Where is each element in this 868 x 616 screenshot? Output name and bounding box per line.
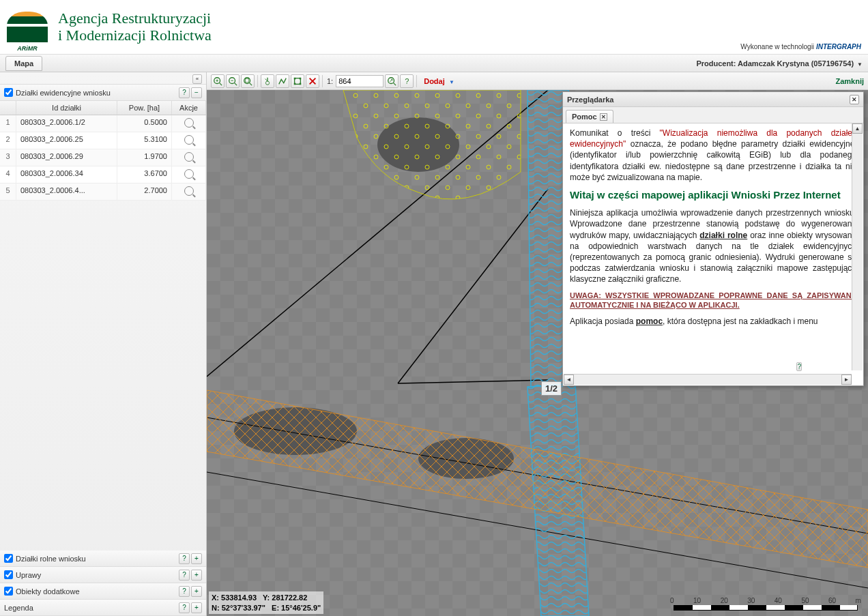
expand-panel-icon[interactable]: + <box>191 602 202 613</box>
help-icon[interactable]: ? <box>400 74 414 88</box>
scroll-left-icon[interactable]: ◄ <box>564 375 574 385</box>
table-row[interactable]: 1 080303_2.0006.1/2 0.5000 <box>0 115 206 132</box>
scale-bar: 0 10 20 30 40 50 60 m <box>674 597 861 611</box>
top-bar: Mapa Producent: Adamczak Krystyna (05719… <box>0 55 868 72</box>
svg-rect-9 <box>246 78 249 82</box>
line-tool-icon[interactable] <box>276 74 289 88</box>
zoom-to-icon[interactable] <box>184 135 194 145</box>
panel3-checkbox[interactable] <box>4 570 13 579</box>
expand-panel-icon[interactable]: + <box>191 586 202 597</box>
map-canvas[interactable]: 1/2 X: 533814.93 Y: 281722.82 N: 52°37'3… <box>207 90 868 616</box>
panel4-checkbox[interactable] <box>4 587 13 596</box>
tech-label: Wykonane w technologii INTERGRAPH <box>740 43 861 50</box>
arimr-logo-icon <box>7 12 48 42</box>
panel5-title: Legenda <box>4 604 177 612</box>
scrollbar-vertical[interactable]: ▲ <box>852 123 863 370</box>
help-icon[interactable]: ? <box>179 586 190 597</box>
zoom-to-icon[interactable] <box>184 169 194 179</box>
help-icon[interactable]: ? <box>179 570 190 581</box>
svg-rect-14 <box>294 77 296 79</box>
table-row[interactable]: 2 080303_2.0006.25 5.3100 <box>0 132 206 149</box>
col-pow[interactable]: Pow. [ha] <box>117 101 172 115</box>
panel-legenda[interactable]: Legenda ? + <box>0 600 206 616</box>
zoom-out-icon[interactable] <box>226 74 240 88</box>
svg-rect-15 <box>300 77 302 79</box>
coordinates-readout: X: 533814.93 Y: 281722.82 N: 52°37'33.97… <box>209 591 323 614</box>
panel4-title: Obiekty dodatkowe <box>16 587 177 596</box>
help-icon[interactable]: ? <box>796 362 802 371</box>
tab-mapa[interactable]: Mapa <box>5 56 42 71</box>
scale-prefix: 1: <box>327 77 333 85</box>
map-area: 1: ? Dodaj ▼ Zamknij <box>207 72 868 616</box>
scroll-up-icon[interactable]: ▲ <box>852 123 863 134</box>
svg-point-10 <box>265 81 269 85</box>
tab-pomoc[interactable]: Pomoc ✕ <box>566 110 613 123</box>
collapse-left-icon[interactable]: « <box>192 74 202 84</box>
svg-line-1 <box>220 83 222 85</box>
panel-dzialki-rolne[interactable]: Działki rolne wniosku ? + <box>0 551 206 567</box>
sidebar: « Działki ewidencyjne wniosku ? − Id dzi… <box>0 72 207 616</box>
expand-panel-icon[interactable]: + <box>191 553 202 564</box>
zoom-to-icon[interactable] <box>184 152 194 162</box>
panel3-title: Uprawy <box>16 571 177 579</box>
panel1-title: Działki ewidencyjne wniosku <box>16 89 177 97</box>
help-icon[interactable]: ? <box>179 553 190 564</box>
map-toolbar: 1: ? Dodaj ▼ Zamknij <box>207 72 868 90</box>
browser-title-bar[interactable]: Przeglądarka ✕ <box>563 92 863 107</box>
table-row[interactable]: 4 080303_2.0006.34 3.6700 <box>0 166 206 184</box>
page-indicator: 1/2 <box>541 381 562 396</box>
svg-line-5 <box>235 83 237 85</box>
collapse-panel-icon[interactable]: − <box>191 87 202 98</box>
polygon-tool-icon[interactable] <box>291 74 304 88</box>
svg-line-8 <box>250 83 252 85</box>
close-icon[interactable]: ✕ <box>850 95 859 104</box>
col-id[interactable]: Id działki <box>16 101 117 115</box>
expand-panel-icon[interactable]: + <box>191 570 202 581</box>
scrollbar-horizontal[interactable]: ◄ ► <box>564 374 852 385</box>
chevron-down-icon[interactable]: ▼ <box>449 79 454 85</box>
svg-point-7 <box>244 77 250 83</box>
svg-rect-16 <box>294 83 296 85</box>
panel2-title: Działki rolne wniosku <box>16 555 177 563</box>
parcels-grid: Id działki Pow. [ha] Akcje 1 080303_2.00… <box>0 101 206 201</box>
panel-dzialki-ewidencyjne[interactable]: Działki ewidencyjne wniosku ? − <box>0 85 206 101</box>
zoom-extent-icon[interactable] <box>241 74 255 88</box>
app-header: Agencja Restrukturyzacji i Modernizacji … <box>0 0 868 55</box>
help-icon[interactable]: ? <box>179 602 190 613</box>
warning-text: UWAGA: WSZYSTKIE WPROWADZANE POPRAWNE DA… <box>570 291 856 311</box>
help-icon[interactable]: ? <box>179 87 190 98</box>
producer-label[interactable]: Producent: Adamczak Krystyna (057196754)… <box>696 59 863 68</box>
browser-body: Komunikat o treści "Wizualizacja niemożl… <box>563 123 863 385</box>
zoom-to-icon[interactable] <box>184 118 194 128</box>
panel-uprawy[interactable]: Uprawy ? + <box>0 567 206 583</box>
svg-rect-17 <box>300 83 302 85</box>
panel-obiekty[interactable]: Obiekty dodatkowe ? + <box>0 583 206 600</box>
table-row[interactable]: 3 080303_2.0006.29 1.9700 <box>0 149 206 166</box>
browser-panel: Przeglądarka ✕ Pomoc ✕ Komunikat o treśc… <box>562 91 864 386</box>
panel2-checkbox[interactable] <box>4 554 13 563</box>
svg-line-21 <box>394 83 396 85</box>
sidebar-collapse-bar: « <box>0 72 206 85</box>
zoom-to-icon[interactable] <box>184 186 194 196</box>
zoom-scale-icon[interactable] <box>385 74 399 88</box>
scroll-right-icon[interactable]: ► <box>841 375 852 385</box>
panel1-checkbox[interactable] <box>4 88 13 97</box>
chevron-down-icon[interactable]: ▼ <box>857 61 863 68</box>
delete-icon[interactable] <box>306 74 319 88</box>
grid-header: Id działki Pow. [ha] Akcje <box>0 101 206 115</box>
welcome-heading: Witaj w części mapowej aplikacji Wnioski… <box>570 188 856 202</box>
tab-close-icon[interactable]: ✕ <box>600 113 607 121</box>
col-akcje[interactable]: Akcje <box>172 101 206 115</box>
add-button[interactable]: Dodaj ▼ <box>424 77 454 85</box>
point-tool-icon[interactable] <box>261 74 274 88</box>
scale-input[interactable] <box>336 75 384 87</box>
table-row[interactable]: 5 080303_2.0006.4... 2.7000 <box>0 184 206 201</box>
close-button[interactable]: Zamknij <box>835 77 864 85</box>
org-name: Agencja Restrukturyzacji i Modernizacji … <box>58 10 212 43</box>
zoom-in-icon[interactable] <box>211 74 225 88</box>
